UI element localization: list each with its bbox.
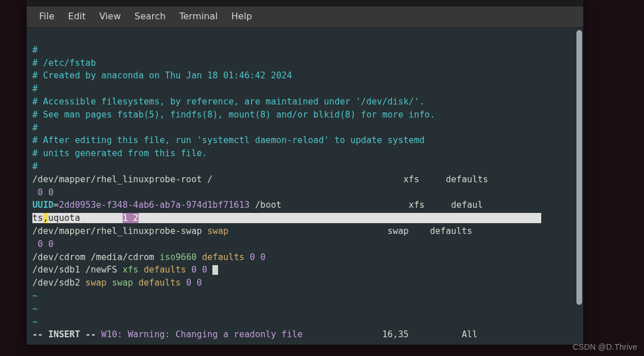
highlighted-comma: , [43,213,48,223]
fstab-cdrom-dumppass: 0 0 [250,252,266,262]
fstab-sdb2-mount: swap [85,278,106,288]
text-cursor [212,265,218,275]
fstab-root-opts: defaults [446,174,488,185]
fstab-uuid-id: 2dd0953e-f348-4ab6-ab7a-974d1bf71613 [59,200,250,210]
comment-line: # [32,161,37,171]
fstab-sdb1-fs: xfs [123,265,139,275]
fstab-swap-dumppass: 0 0 [32,239,53,249]
fstab-uuid-dumppass: 1 2 [123,213,139,223]
comment-line: # After editing this file, run 'systemct… [32,135,425,145]
comment-line: # /etc/fstab [32,58,96,68]
fstab-sdb1-dumppass: 0 0 [191,265,207,275]
vertical-scrollbar[interactable] [576,30,582,342]
fstab-uuid-mount: /boot [255,200,282,210]
fstab-swap-opts: defaults [430,226,472,236]
fstab-cdrom-mount: /media/cdrom [91,252,154,262]
vim-mode: -- INSERT -- [32,329,96,340]
comment-line: # [32,83,37,94]
fstab-swap-mount: swap [207,226,228,236]
fstab-cdrom-dev: /dev/cdrom [32,252,85,262]
fstab-uuid-opts-wrap: ts [32,213,43,223]
menu-file[interactable]: File [32,9,61,25]
fstab-sdb1-opts: defaults [144,265,186,275]
comment-line: # [32,123,37,133]
fstab-sdb2-opts: defaults [139,278,181,288]
fstab-cdrom-opts: defaults [202,252,245,262]
watermark: CSDN @D.Thrive [573,341,637,354]
comment-line: # Accessible filesystems, by reference, … [32,97,425,107]
comment-line: # [32,45,37,55]
fstab-cdrom-fs: iso9660 [160,252,196,262]
empty-line-tilde: ~ [32,291,37,301]
vim-warning: W10: Warning: Changing a readonly file [101,329,303,340]
menu-view[interactable]: View [93,9,128,25]
fstab-root-dumppass: 0 0 [32,187,53,198]
menu-help[interactable]: Help [224,9,258,25]
terminal-window: File Edit View Search Terminal Help # # … [27,0,583,345]
menu-search[interactable]: Search [128,9,173,25]
window-titlebar[interactable] [27,0,583,6]
fstab-sdb2-dumppass: 0 0 [186,278,202,288]
fstab-root-mount: / [207,174,212,185]
menu-bar: File Edit View Search Terminal Help [27,6,583,28]
menu-terminal[interactable]: Terminal [173,9,225,25]
empty-line-tilde: ~ [32,304,37,314]
fstab-swap-dev: /dev/mapper/rhel_linuxprobe-swap [32,226,202,236]
fstab-root-fs: xfs [403,174,419,185]
fstab-uuid-label: UUID [32,200,53,210]
fstab-uuid-opts-tail: uquota [48,213,123,223]
scroll-position: All [462,329,478,340]
fstab-sdb2-dev: /dev/sdb2 [32,278,80,288]
terminal-area[interactable]: # # /etc/fstab # Created by anaconda on … [27,28,583,345]
fstab-sdb1-dev: /dev/sdb1 [32,265,80,275]
equals: = [53,200,58,210]
comment-line: # See man pages fstab(5), findfs(8), mou… [32,110,435,120]
fstab-uuid-fs: xfs [409,200,425,210]
scrollbar-thumb[interactable] [576,30,582,305]
menu-edit[interactable]: Edit [61,9,93,25]
editor-content[interactable]: # # /etc/fstab # Created by anaconda on … [27,28,583,345]
comment-line: # Created by anaconda on Thu Jan 18 01:4… [32,70,292,81]
comment-line: # units generated from this file. [32,148,207,158]
fstab-sdb2-fs: swap [112,278,133,288]
fstab-root-dev: /dev/mapper/rhel_linuxprobe-root [32,174,202,185]
vim-status-line: -- INSERT -- W10: Warning: Changing a re… [32,324,478,340]
fstab-uuid-opts-head: defaul [451,200,483,210]
selected-line: ts,uquota 1 2 [32,213,541,223]
fstab-swap-fs: swap [387,226,408,236]
cursor-position: 16,35 [382,329,409,340]
fstab-sdb1-mount: /newFS [85,265,117,275]
